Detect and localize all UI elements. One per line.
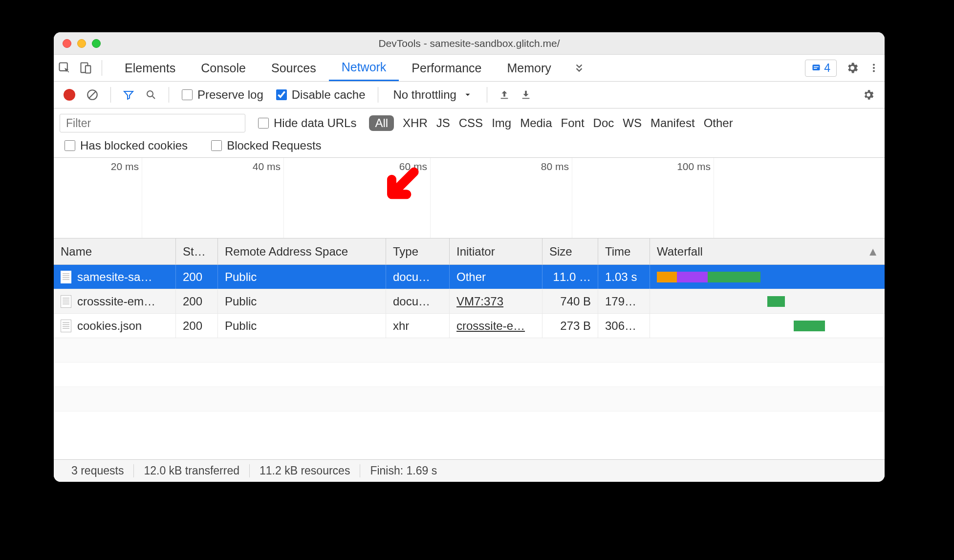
cell-waterfall [650, 289, 885, 313]
file-icon [61, 295, 71, 308]
cell-time: 179… [598, 289, 650, 313]
cell-size: 11.0 … [542, 265, 598, 289]
has-blocked-cookies-checkbox[interactable]: Has blocked cookies [60, 139, 193, 152]
svg-rect-12 [522, 98, 530, 99]
table-row[interactable]: cookies.json200Publicxhrcrosssite-e…273 … [54, 314, 885, 338]
column-remote-address-space[interactable]: Remote Address Space [218, 238, 386, 264]
hide-data-urls-input[interactable] [258, 118, 269, 129]
summary-transferred: 12.0 kB transferred [133, 464, 249, 477]
tab-network[interactable]: Network [329, 55, 399, 81]
type-filter-css[interactable]: CSS [459, 116, 483, 130]
timeline-overview[interactable]: 20 ms40 ms60 ms80 ms100 ms [54, 158, 885, 238]
type-filter-ws[interactable]: WS [623, 116, 642, 130]
more-tabs-icon[interactable] [564, 55, 594, 81]
type-filter-font[interactable]: Font [561, 116, 585, 130]
throttling-label: No throttling [393, 88, 456, 102]
has-blocked-cookies-input[interactable] [65, 140, 75, 151]
type-filter-media[interactable]: Media [520, 116, 552, 130]
request-grid: samesite-sa…200Publicdocu…Other11.0 …1.0… [54, 265, 885, 459]
hide-data-urls-checkbox[interactable]: Hide data URLs [253, 116, 361, 130]
issues-count: 4 [824, 62, 830, 75]
summary-resources: 11.2 kB resources [249, 464, 360, 477]
record-button[interactable] [64, 89, 75, 101]
summary-requests: 3 requests [62, 464, 133, 477]
table-row[interactable]: crosssite-em…200Publicdocu…VM7:373740 B1… [54, 289, 885, 314]
traffic-lights [54, 39, 101, 48]
cell-status: 200 [176, 265, 218, 289]
cell-initiator: Other [450, 265, 542, 289]
cell-name: samesite-sa… [54, 265, 176, 289]
file-icon [61, 320, 71, 332]
clear-icon[interactable] [82, 88, 103, 101]
cell-remote-address-space: Public [218, 314, 386, 338]
column-initiator[interactable]: Initiator [450, 238, 542, 264]
cell-initiator: VM7:373 [450, 289, 542, 313]
table-row[interactable]: samesite-sa…200Publicdocu…Other11.0 …1.0… [54, 265, 885, 289]
network-settings-icon[interactable] [858, 88, 879, 101]
blocked-requests-checkbox[interactable]: Blocked Requests [206, 139, 326, 152]
has-blocked-cookies-label: Has blocked cookies [80, 139, 188, 152]
cell-remote-address-space: Public [218, 265, 386, 289]
disable-cache-checkbox[interactable]: Disable cache [271, 88, 370, 102]
waterfall-bar [767, 296, 785, 307]
column-size[interactable]: Size [542, 238, 598, 264]
upload-har-icon[interactable] [495, 89, 514, 100]
tab-console[interactable]: Console [188, 55, 259, 81]
filter-icon[interactable] [119, 89, 138, 101]
hide-data-urls-label: Hide data URLs [274, 116, 356, 130]
type-filter-js[interactable]: JS [436, 116, 450, 130]
blocked-requests-input[interactable] [211, 140, 222, 151]
cell-time: 1.03 s [598, 265, 650, 289]
window-title: DevTools - samesite-sandbox.glitch.me/ [54, 38, 885, 49]
zoom-window-button[interactable] [92, 39, 101, 48]
column-waterfall[interactable]: Waterfall ▲ [650, 238, 885, 264]
overview-tick: 100 ms [677, 161, 714, 172]
settings-icon[interactable] [842, 55, 863, 81]
filter-input[interactable] [60, 114, 245, 132]
minimize-window-button[interactable] [77, 39, 86, 48]
cell-status: 200 [176, 314, 218, 338]
disable-cache-input[interactable] [276, 89, 287, 100]
svg-point-10 [147, 91, 153, 97]
tab-memory[interactable]: Memory [494, 55, 564, 81]
column-name[interactable]: Name [54, 238, 176, 264]
overview-tick: 20 ms [111, 161, 142, 172]
type-filter-manifest[interactable]: Manifest [650, 116, 695, 130]
preserve-log-input[interactable] [182, 89, 193, 100]
tab-sources[interactable]: Sources [259, 55, 329, 81]
cell-status: 200 [176, 289, 218, 313]
cell-name: crosssite-em… [54, 289, 176, 313]
download-har-icon[interactable] [517, 89, 535, 100]
column-time[interactable]: Time [598, 238, 650, 264]
waterfall-bar [794, 321, 824, 331]
tab-elements[interactable]: Elements [112, 55, 188, 81]
svg-point-8 [873, 70, 875, 72]
close-window-button[interactable] [63, 39, 71, 48]
waterfall-bar [708, 272, 760, 282]
svg-rect-5 [814, 68, 817, 69]
waterfall-bar [657, 272, 677, 282]
overview-tick: 60 ms [399, 161, 430, 172]
cell-size: 740 B [542, 289, 598, 313]
preserve-log-label: Preserve log [197, 88, 263, 102]
inspect-element-icon[interactable] [54, 55, 75, 81]
preserve-log-checkbox[interactable]: Preserve log [177, 88, 268, 102]
throttling-dropdown[interactable]: No throttling [386, 88, 478, 102]
tab-performance[interactable]: Performance [399, 55, 494, 81]
type-filter-other[interactable]: Other [704, 116, 733, 130]
panel-tabs: ElementsConsoleSourcesNetworkPerformance… [54, 55, 885, 82]
separator [378, 87, 378, 103]
overview-tick: 40 ms [253, 161, 283, 172]
type-filter-doc[interactable]: Doc [593, 116, 614, 130]
column-type[interactable]: Type [386, 238, 450, 264]
svg-rect-4 [814, 66, 819, 67]
type-filter-all[interactable]: All [369, 115, 394, 131]
type-filter-img[interactable]: Img [492, 116, 511, 130]
device-toolbar-icon[interactable] [75, 55, 97, 81]
type-filter-xhr[interactable]: XHR [403, 116, 428, 130]
column-status[interactable]: St… [176, 238, 218, 264]
issues-badge[interactable]: 4 [805, 60, 837, 77]
cell-type: docu… [386, 289, 450, 313]
search-icon[interactable] [141, 89, 161, 101]
kebab-menu-icon[interactable] [863, 55, 885, 81]
